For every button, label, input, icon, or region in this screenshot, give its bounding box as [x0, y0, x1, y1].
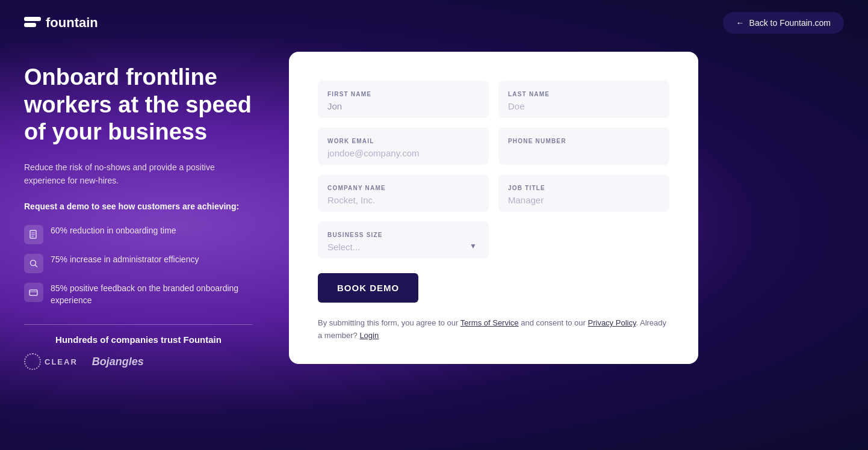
work-email-input[interactable]: [327, 146, 479, 158]
demo-request-form: FIRST NAME LAST NAME WORK EMAIL: [318, 81, 669, 342]
stat-icon-3: [24, 283, 43, 302]
last-name-input[interactable]: [508, 99, 660, 111]
phone-number-group: PHONE NUMBER: [498, 128, 669, 165]
first-name-input[interactable]: [327, 99, 479, 111]
footer-text-mid: and consent to our: [519, 318, 588, 327]
logo-icon: [24, 17, 41, 29]
business-size-field-bg: BUSINESS SIZE Select... 1-10 11-50 51-20…: [318, 221, 489, 259]
back-arrow-icon: ←: [736, 18, 745, 28]
last-name-label: LAST NAME: [508, 91, 550, 97]
stat-text-2: 75% increase in administrator efficiency: [51, 254, 199, 266]
login-link[interactable]: Login: [359, 331, 379, 340]
business-size-select[interactable]: Select... 1-10 11-50 51-200 201-500 501-…: [327, 242, 479, 252]
first-name-label: FIRST NAME: [327, 91, 371, 97]
work-email-group: WORK EMAIL: [318, 128, 489, 165]
phone-number-input[interactable]: [508, 146, 660, 158]
trust-title: Hundreds of companies trust Fountain: [24, 334, 253, 345]
hero-title: Onboard frontline workers at the speed o…: [24, 64, 253, 146]
clear-logo: CLEAR: [24, 353, 78, 370]
header: fountain ← Back to Fountain.com: [0, 0, 868, 46]
form-grid: FIRST NAME LAST NAME WORK EMAIL: [318, 81, 669, 259]
stat-item-1: 60% reduction in onboarding time: [24, 225, 253, 244]
stat-icon-2: [24, 254, 43, 273]
last-name-field-bg: LAST NAME: [498, 81, 669, 118]
stat-text-3: 85% positive feedback on the branded onb…: [51, 283, 253, 306]
phone-number-field-bg: PHONE NUMBER: [498, 128, 669, 165]
main-content: Onboard frontline workers at the speed o…: [0, 46, 868, 450]
company-name-label: COMPANY NAME: [327, 185, 386, 191]
job-title-group: JOB TITLE: [498, 174, 669, 212]
logo-text: fountain: [46, 15, 98, 31]
brand-logos: CLEAR Bojangles: [24, 353, 253, 370]
left-panel: Onboard frontline workers at the speed o…: [24, 46, 253, 370]
logo: fountain: [24, 15, 98, 31]
clear-dots-icon: [24, 353, 41, 370]
hero-description: Reduce the risk of no-shows and provide …: [24, 161, 253, 188]
clear-name: CLEAR: [45, 357, 78, 366]
bojangles-name: Bojangles: [92, 356, 144, 368]
work-email-label: WORK EMAIL: [327, 138, 374, 144]
job-title-input[interactable]: [508, 193, 660, 205]
last-name-group: LAST NAME: [498, 81, 669, 118]
stats-list: 60% reduction in onboarding time 75% inc…: [24, 225, 253, 306]
terms-of-service-link[interactable]: Terms of Service: [460, 318, 519, 327]
business-size-group: BUSINESS SIZE Select... 1-10 11-50 51-20…: [318, 221, 489, 259]
form-footer: By submitting this form, you agree to ou…: [318, 317, 669, 342]
stat-text-1: 60% reduction in onboarding time: [51, 225, 176, 237]
privacy-policy-link[interactable]: Privacy Policy: [588, 318, 636, 327]
business-size-label: BUSINESS SIZE: [327, 232, 383, 238]
job-title-label: JOB TITLE: [508, 185, 545, 191]
back-to-fountain-button[interactable]: ← Back to Fountain.com: [723, 12, 844, 34]
company-name-group: COMPANY NAME: [318, 174, 489, 212]
form-card: FIRST NAME LAST NAME WORK EMAIL: [289, 52, 698, 364]
footer-text-start: By submitting this form, you agree to ou…: [318, 318, 460, 327]
stat-icon-1: [24, 225, 43, 244]
svg-line-5: [36, 265, 37, 267]
company-name-field-bg: COMPANY NAME: [318, 174, 489, 212]
work-email-field-bg: WORK EMAIL: [318, 128, 489, 165]
stat-item-3: 85% positive feedback on the branded onb…: [24, 283, 253, 306]
company-name-input[interactable]: [327, 193, 479, 205]
request-text: Request a demo to see how customers are …: [24, 200, 253, 213]
svg-rect-6: [29, 290, 37, 295]
divider: [24, 324, 253, 325]
job-title-field-bg: JOB TITLE: [498, 174, 669, 212]
back-button-label: Back to Fountain.com: [749, 18, 831, 28]
book-demo-button[interactable]: BOOK DEMO: [318, 273, 418, 303]
first-name-field-bg: FIRST NAME: [318, 81, 489, 118]
first-name-group: FIRST NAME: [318, 81, 489, 118]
stat-item-2: 75% increase in administrator efficiency: [24, 254, 253, 273]
phone-number-label: PHONE NUMBER: [508, 138, 566, 144]
business-size-select-wrapper: Select... 1-10 11-50 51-200 201-500 501-…: [327, 239, 479, 253]
bojangles-logo: Bojangles: [92, 356, 144, 368]
